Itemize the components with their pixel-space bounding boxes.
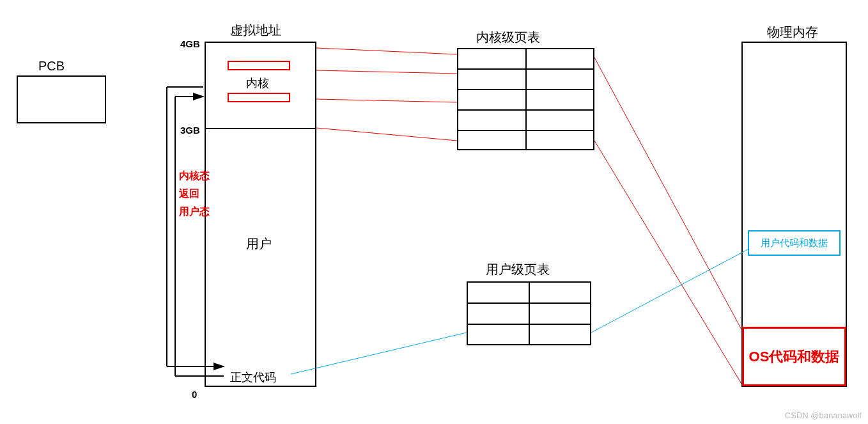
svg-line-13 xyxy=(591,249,748,333)
kernel-label: 内核 xyxy=(246,75,269,91)
pcb-label: PCB xyxy=(38,59,65,74)
svg-line-12 xyxy=(291,333,467,374)
physical-memory-title: 物理内存 xyxy=(767,24,818,41)
divider-3gb xyxy=(205,128,316,129)
kernel-red-box-top xyxy=(228,61,290,70)
virtual-address-title: 虚拟地址 xyxy=(230,22,281,39)
transition-line3: 用户态 xyxy=(179,205,210,219)
svg-line-8 xyxy=(316,99,457,102)
os-code-data-text: OS代码和数据 xyxy=(749,347,840,366)
user-page-table-title: 用户级页表 xyxy=(486,261,550,278)
watermark: CSDN @bananawolf xyxy=(785,411,862,420)
pcb-box xyxy=(17,75,106,123)
kernel-red-box-bottom xyxy=(228,93,290,102)
marker-3gb: 3GB xyxy=(180,125,200,136)
svg-line-10 xyxy=(594,58,741,329)
marker-0: 0 xyxy=(192,389,197,400)
connector-svg xyxy=(0,0,868,424)
kernel-page-table-title: 内核级页表 xyxy=(476,29,540,46)
svg-line-11 xyxy=(594,141,741,384)
svg-line-9 xyxy=(316,128,457,141)
kpt-col xyxy=(525,48,527,150)
code-label: 正文代码 xyxy=(230,370,276,385)
user-code-data-block: 用户代码和数据 xyxy=(748,230,841,256)
transition-line2: 返回 xyxy=(179,187,199,201)
svg-line-7 xyxy=(316,70,457,74)
os-code-data-block: OS代码和数据 xyxy=(742,327,846,386)
transition-line1: 内核态 xyxy=(179,169,210,183)
user-label: 用户 xyxy=(246,235,272,253)
marker-4gb: 4GB xyxy=(180,38,200,49)
svg-line-6 xyxy=(316,48,457,54)
upt-col xyxy=(529,281,530,345)
